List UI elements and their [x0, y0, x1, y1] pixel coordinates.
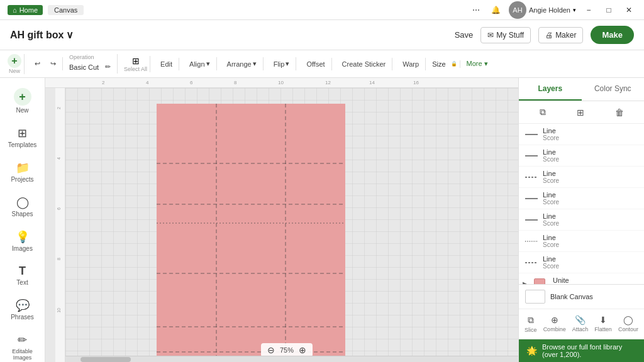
flatten-label: Flatten — [594, 326, 612, 332]
combine-label: Combine — [543, 326, 566, 332]
sidebar-item-shapes[interactable]: ◯ Shapes — [3, 190, 43, 222]
layer-type-4: Score — [543, 199, 638, 206]
warp-button[interactable]: Warp — [399, 58, 423, 70]
redo-button[interactable]: ↪ — [47, 57, 60, 70]
layer-line-icon-6 — [525, 238, 538, 245]
save-button[interactable]: Save — [455, 30, 474, 40]
project-title[interactable]: AH gift box ∨ — [10, 29, 74, 41]
make-button[interactable]: Make — [591, 26, 634, 44]
select-all-tool[interactable]: ⊞ Select All — [124, 56, 147, 72]
canvas-nav-btn[interactable]: Canvas — [48, 5, 84, 15]
layer-item-unite[interactable]: ▶ Unite Basic Cut — [519, 273, 644, 284]
maximize-button[interactable]: □ — [601, 3, 616, 18]
layer-line-icon-3 — [525, 173, 538, 181]
my-stuff-icon: ✉ — [487, 31, 494, 40]
layer-name-5: Line — [543, 212, 638, 220]
new-icon: + — [8, 54, 21, 68]
layer-item[interactable]: Line Score — [519, 188, 644, 209]
layers-delete-button[interactable]: 🗑 — [613, 106, 626, 119]
arrange-label: Arrange — [227, 60, 252, 68]
layer-item[interactable]: Line Score — [519, 209, 644, 231]
sidebar-item-projects[interactable]: 📁 Projects — [3, 156, 43, 188]
layer-type-6: Score — [543, 241, 638, 248]
layer-type-7: Score — [543, 263, 638, 270]
layer-item[interactable]: Line Score — [519, 167, 644, 188]
flatten-tool[interactable]: ⬇ Flatten — [592, 313, 614, 335]
create-sticker-label: Create Sticker — [342, 60, 386, 68]
maker-button[interactable]: 🖨 Maker — [538, 27, 583, 43]
arrange-chevron-icon: ▾ — [253, 60, 257, 68]
sidebar-item-templates[interactable]: ⊞ Templates — [3, 121, 43, 153]
layer-item[interactable]: Line Score — [519, 252, 644, 273]
right-panel: Layers Color Sync ⧉ ⊞ 🗑 Line Score — [518, 78, 644, 362]
my-stuff-button[interactable]: ✉ My Stuff — [480, 27, 531, 43]
layer-item[interactable]: Line Score — [519, 145, 644, 167]
new-label: New — [9, 68, 20, 74]
sidebar-item-new[interactable]: + New — [3, 83, 43, 119]
operation-label: Operation — [69, 54, 114, 60]
horizontal-scrollbar[interactable] — [55, 356, 518, 362]
layer-item[interactable]: Line Score — [519, 231, 644, 252]
layer-item[interactable]: Line Score — [519, 124, 644, 145]
sidebar-item-images[interactable]: 💡 Images — [3, 225, 43, 257]
sidebar-item-editable-images[interactable]: ✏ Editable Images — [3, 328, 43, 362]
user-menu[interactable]: AH Angie Holden ▾ — [509, 1, 576, 19]
minimize-button[interactable]: − — [581, 3, 596, 18]
flip-label: Flip — [274, 60, 285, 68]
tab-color-sync[interactable]: Color Sync — [582, 78, 645, 101]
edit-section: Edit — [154, 58, 179, 70]
select-all-icon: ⊞ — [132, 56, 140, 66]
zoom-level-label: 75% — [280, 346, 294, 354]
left-sidebar: + New ⊞ Templates 📁 Projects ◯ Shapes 💡 … — [0, 78, 45, 362]
slice-icon: ⧉ — [528, 315, 534, 326]
close-button[interactable]: ✕ — [621, 3, 636, 18]
flip-button[interactable]: Flip ▾ — [270, 57, 294, 70]
arrange-button[interactable]: Arrange ▾ — [223, 57, 260, 70]
undo-button[interactable]: ↩ — [31, 57, 44, 70]
toolbar: + New ↩ ↪ Operation Basic Cut ✏ ⊞ Select… — [0, 50, 644, 78]
sidebar-item-text[interactable]: T Text — [3, 260, 43, 291]
flatten-icon: ⬇ — [599, 315, 607, 325]
size-section: Size 🔒 — [430, 60, 460, 68]
project-title-text: AH gift box — [10, 30, 64, 41]
attach-label: Attach — [572, 326, 589, 332]
flip-section: Flip ▾ — [267, 57, 297, 70]
projects-label: Projects — [11, 176, 33, 183]
operation-edit-button[interactable]: ✏ — [101, 60, 114, 74]
new-tool[interactable]: + New — [8, 54, 21, 74]
blank-canvas-button[interactable]: Blank Canvas — [519, 285, 644, 309]
shapes-icon: ◯ — [16, 195, 29, 209]
scrollbar-thumb[interactable] — [80, 357, 131, 362]
username-label: Angie Holden — [529, 6, 570, 14]
home-nav-btn[interactable]: ⌂ Home — [8, 5, 43, 15]
tab-layers[interactable]: Layers — [519, 78, 582, 101]
zoom-out-button[interactable]: ⊖ — [266, 345, 276, 355]
notification-bar[interactable]: 🌟 Browse our full font library (over 1,2… — [519, 339, 644, 362]
warp-section: Warp — [396, 58, 426, 70]
svg-rect-1 — [157, 273, 345, 362]
canvas-content[interactable]: 2 4 6 8 10 — [55, 88, 518, 362]
align-button[interactable]: Align ▾ — [186, 57, 213, 70]
zoom-in-button[interactable]: ⊕ — [297, 345, 308, 355]
more-button[interactable]: More ▾ — [467, 60, 488, 68]
edit-button[interactable]: Edit — [157, 58, 176, 70]
ruler-mark-16: 16 — [413, 80, 419, 85]
my-stuff-label: My Stuff — [496, 31, 524, 40]
ruler-side-8: 8 — [57, 258, 61, 260]
attach-tool[interactable]: 📎 Attach — [570, 313, 591, 335]
layers-group-button[interactable]: ⊞ — [575, 106, 586, 119]
canvas-area[interactable]: 2 4 6 8 10 12 14 16 2 4 6 8 10 — [45, 78, 518, 362]
contour-tool[interactable]: ◯ Contour — [616, 313, 640, 335]
ruler-mark-14: 14 — [369, 80, 375, 85]
ruler-mark-12: 12 — [325, 80, 331, 85]
layer-info-7: Line Score — [543, 255, 638, 270]
combine-tool[interactable]: ⊕ Combine — [541, 313, 568, 335]
layers-copy-button[interactable]: ⧉ — [538, 105, 548, 119]
blank-canvas-preview — [525, 290, 545, 304]
sidebar-item-phrases[interactable]: 💬 Phrases — [3, 293, 43, 326]
create-sticker-button[interactable]: Create Sticker — [338, 58, 390, 70]
more-dots-button[interactable]: ⋯ — [469, 3, 484, 18]
notifications-button[interactable]: 🔔 — [489, 3, 504, 18]
offset-button[interactable]: Offset — [303, 58, 328, 70]
slice-tool[interactable]: ⧉ Slice — [523, 313, 539, 335]
